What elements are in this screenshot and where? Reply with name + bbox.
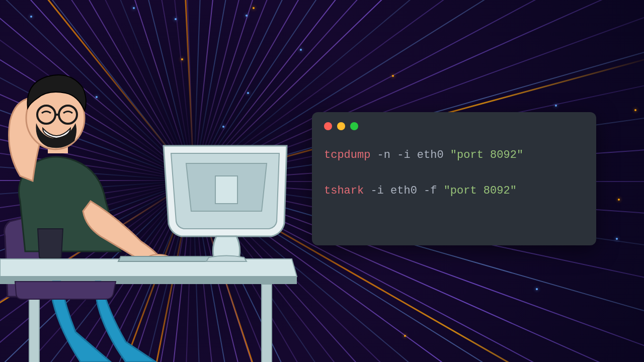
command-flag: -f xyxy=(417,185,437,197)
command-name: tcpdump xyxy=(324,149,370,161)
command-string: "port 8092" xyxy=(437,185,516,197)
command-flag: -n xyxy=(370,149,390,161)
svg-rect-7 xyxy=(262,284,272,362)
minimize-icon[interactable] xyxy=(337,122,345,130)
window-controls xyxy=(324,122,584,130)
terminal-content: tcpdump -n -i eth0 "port 8092" tshark -i… xyxy=(324,148,584,199)
terminal-line-1: tcpdump -n -i eth0 "port 8092" xyxy=(324,148,584,163)
programmer-illustration xyxy=(0,60,302,362)
command-flag: -i xyxy=(390,149,411,161)
svg-rect-8 xyxy=(215,176,237,204)
command-flag: -i xyxy=(364,185,384,197)
terminal-window: tcpdump -n -i eth0 "port 8092" tshark -i… xyxy=(312,112,596,245)
command-arg: eth0 xyxy=(384,185,417,197)
command-arg: eth0 xyxy=(411,149,444,161)
command-name: tshark xyxy=(324,185,364,197)
command-string: "port 8092" xyxy=(444,149,523,161)
maximize-icon[interactable] xyxy=(350,122,358,130)
close-icon[interactable] xyxy=(324,122,332,130)
terminal-line-2: tshark -i eth0 -f "port 8092" xyxy=(324,184,584,199)
